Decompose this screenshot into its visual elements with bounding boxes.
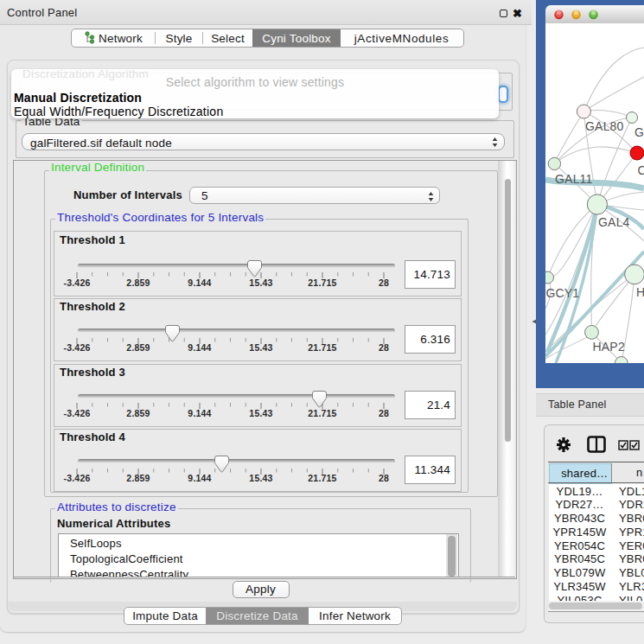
svg-text:GAL11: GAL11 xyxy=(555,172,593,186)
svg-text:GCY1: GCY1 xyxy=(545,286,579,300)
svg-text:G.: G. xyxy=(634,125,644,139)
svg-text:HAP2: HAP2 xyxy=(593,340,625,354)
svg-text:C: C xyxy=(638,163,644,177)
svg-text:GAL4: GAL4 xyxy=(598,215,630,229)
svg-text:H: H xyxy=(636,285,644,299)
svg-text:GAL80: GAL80 xyxy=(585,119,624,133)
